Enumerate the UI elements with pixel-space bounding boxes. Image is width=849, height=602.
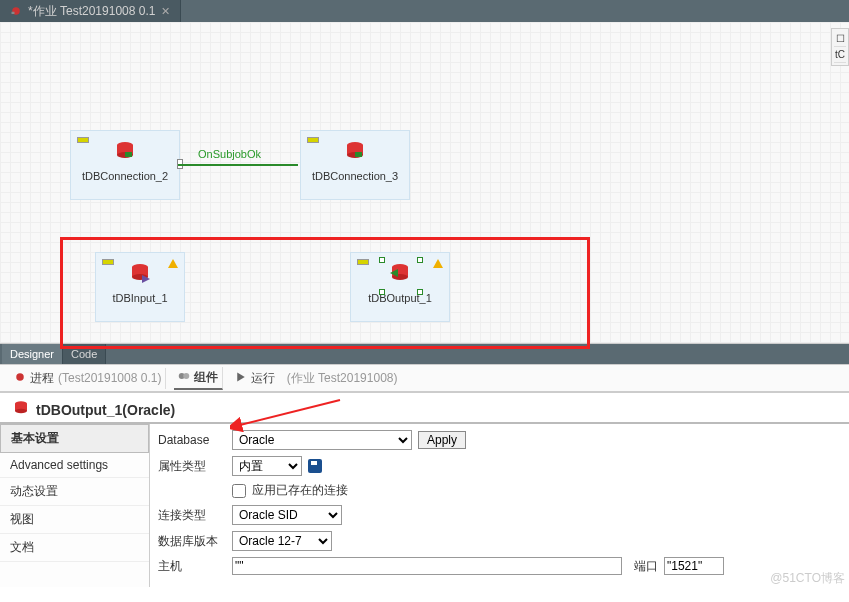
database-icon	[343, 139, 367, 163]
database-icon	[12, 399, 30, 420]
mini-item-1[interactable]: ☐	[834, 31, 846, 47]
tab-process[interactable]: 进程(Test20191008 0.1)	[10, 368, 166, 389]
selection-handle[interactable]	[379, 257, 385, 263]
node-tdbconnection-3[interactable]: tDBConnection_3	[300, 130, 410, 200]
host-label: 主机	[158, 558, 226, 575]
mini-item-2[interactable]: tC	[834, 47, 846, 63]
db-version-select[interactable]: Oracle 12-7	[232, 531, 332, 551]
node-label: tDBOutput_1	[351, 292, 449, 304]
port-input[interactable]	[664, 557, 724, 575]
warning-icon	[168, 259, 178, 268]
play-icon	[235, 371, 247, 386]
node-label: tDBConnection_2	[71, 170, 179, 182]
close-icon[interactable]: ✕	[161, 5, 170, 18]
use-existing-connection-label: 应用已存在的连接	[252, 482, 348, 499]
subjob-toggle-icon[interactable]	[357, 259, 369, 265]
selection-handle[interactable]	[379, 289, 385, 295]
designer-canvas[interactable]: ☐ tC tDBConnection_2 OnSubjobOk tDBConne…	[0, 22, 849, 343]
editor-tab[interactable]: *作业 Test20191008 0.1 ✕	[0, 0, 181, 22]
port-label: 端口	[634, 558, 658, 575]
tab-component-label: 组件	[194, 369, 218, 386]
svg-rect-1	[12, 12, 15, 14]
job-icon	[10, 5, 22, 17]
designer-canvas-wrap: ☐ tC tDBConnection_2 OnSubjobOk tDBConne…	[0, 22, 849, 344]
top-tab-bar: *作业 Test20191008 0.1 ✕	[0, 0, 849, 22]
use-existing-connection-checkbox[interactable]	[232, 484, 246, 498]
link-onsubjobok[interactable]	[178, 164, 298, 166]
cat-advanced[interactable]: Advanced settings	[0, 453, 149, 478]
subjob-toggle-icon[interactable]	[102, 259, 114, 265]
cat-dynamic[interactable]: 动态设置	[0, 478, 149, 506]
node-label: tDBConnection_3	[301, 170, 409, 182]
tab-run-label: 运行	[251, 370, 275, 387]
cat-doc[interactable]: 文档	[0, 534, 149, 562]
conn-type-label: 连接类型	[158, 507, 226, 524]
node-tdbconnection-2[interactable]: tDBConnection_2	[70, 130, 180, 200]
attr-type-select[interactable]: 内置	[232, 456, 302, 476]
node-tdbinput-1[interactable]: tDBInput_1	[95, 252, 185, 322]
selection-handle[interactable]	[417, 257, 423, 263]
right-mini-toolbar: ☐ tC	[831, 28, 849, 66]
component-icon	[178, 370, 190, 385]
bottom-panel: 进程(Test20191008 0.1) 组件 运行 (作业 Test20191…	[0, 364, 849, 587]
settings-category-list: 基本设置 Advanced settings 动态设置 视图 文档	[0, 424, 150, 587]
apply-button[interactable]: Apply	[418, 431, 466, 449]
settings-form: Database Oracle Apply 属性类型 内置 应用已存在的连接 连…	[150, 424, 849, 587]
database-select[interactable]: Oracle	[232, 430, 412, 450]
tab-process-label: 进程	[30, 370, 54, 387]
tab-run[interactable]: 运行 (作业 Test20191008)	[231, 368, 401, 389]
tab-run-detail: (作业 Test20191008)	[287, 370, 398, 387]
link-label: OnSubjobOk	[198, 148, 261, 160]
svg-rect-9	[355, 152, 362, 157]
properties-area: 基本设置 Advanced settings 动态设置 视图 文档 Databa…	[0, 424, 849, 587]
warning-icon	[433, 259, 443, 268]
selection-handle[interactable]	[417, 289, 423, 295]
db-version-label: 数据库版本	[158, 533, 226, 550]
svg-point-20	[184, 373, 190, 379]
process-icon	[14, 371, 26, 386]
host-input[interactable]	[232, 557, 622, 575]
tab-process-detail: (Test20191008 0.1)	[58, 371, 161, 385]
node-tdboutput-1[interactable]: tDBOutput_1	[350, 252, 450, 322]
component-title: tDBOutput_1(Oracle)	[36, 402, 175, 418]
svg-point-18	[16, 373, 24, 381]
save-icon[interactable]	[308, 459, 322, 473]
svg-rect-5	[125, 152, 132, 157]
svg-marker-21	[238, 372, 246, 381]
database-icon	[113, 139, 137, 163]
component-title-bar: tDBOutput_1(Oracle)	[0, 393, 849, 424]
tab-designer[interactable]: Designer	[2, 344, 63, 364]
watermark: @51CTO博客	[770, 570, 845, 587]
node-label: tDBInput_1	[96, 292, 184, 304]
database-label: Database	[158, 433, 226, 447]
editor-tab-title: *作业 Test20191008 0.1	[28, 3, 155, 20]
tab-component[interactable]: 组件	[174, 367, 223, 390]
subjob-toggle-icon[interactable]	[307, 137, 319, 143]
cat-view[interactable]: 视图	[0, 506, 149, 534]
panel-tabs: 进程(Test20191008 0.1) 组件 运行 (作业 Test20191…	[0, 365, 849, 393]
database-input-icon	[128, 261, 152, 285]
attr-type-label: 属性类型	[158, 458, 226, 475]
conn-type-select[interactable]: Oracle SID	[232, 505, 342, 525]
subjob-toggle-icon[interactable]	[77, 137, 89, 143]
cat-basic[interactable]: 基本设置	[0, 424, 149, 453]
svg-point-26	[15, 409, 27, 414]
database-output-icon	[388, 261, 412, 285]
